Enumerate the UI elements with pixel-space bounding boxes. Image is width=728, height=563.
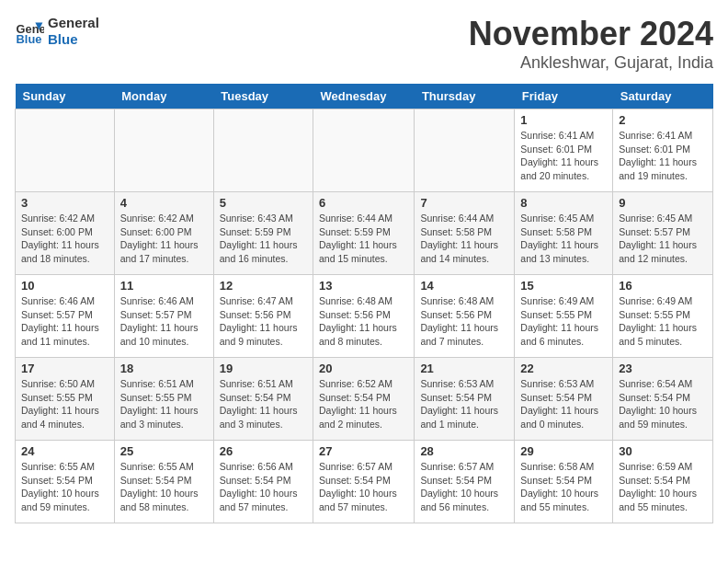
day-cell: 14Sunrise: 6:48 AM Sunset: 5:56 PM Dayli… bbox=[415, 275, 515, 358]
header-day-tuesday: Tuesday bbox=[213, 84, 313, 109]
day-cell: 17Sunrise: 6:50 AM Sunset: 5:55 PM Dayli… bbox=[16, 358, 115, 441]
title-area: November 2024 Ankleshwar, Gujarat, India bbox=[469, 15, 713, 73]
day-cell: 12Sunrise: 6:47 AM Sunset: 5:56 PM Dayli… bbox=[213, 275, 313, 358]
day-info: Sunrise: 6:45 AM Sunset: 5:57 PM Dayligh… bbox=[619, 212, 707, 266]
day-number: 15 bbox=[520, 279, 607, 293]
day-info: Sunrise: 6:52 AM Sunset: 5:54 PM Dayligh… bbox=[319, 377, 408, 431]
day-number: 7 bbox=[420, 196, 508, 210]
day-info: Sunrise: 6:50 AM Sunset: 5:55 PM Dayligh… bbox=[21, 377, 108, 431]
day-cell: 30Sunrise: 6:59 AM Sunset: 5:54 PM Dayli… bbox=[613, 441, 713, 523]
day-cell: 1Sunrise: 6:41 AM Sunset: 6:01 PM Daylig… bbox=[515, 109, 613, 192]
day-info: Sunrise: 6:42 AM Sunset: 6:00 PM Dayligh… bbox=[21, 212, 108, 266]
header-day-saturday: Saturday bbox=[613, 84, 713, 109]
day-cell: 28Sunrise: 6:57 AM Sunset: 5:54 PM Dayli… bbox=[415, 441, 515, 523]
day-info: Sunrise: 6:51 AM Sunset: 5:54 PM Dayligh… bbox=[220, 377, 307, 431]
week-row-3: 10Sunrise: 6:46 AM Sunset: 5:57 PM Dayli… bbox=[16, 275, 713, 358]
logo-line1: General bbox=[48, 15, 99, 31]
day-cell: 27Sunrise: 6:57 AM Sunset: 5:54 PM Dayli… bbox=[313, 441, 415, 523]
day-info: Sunrise: 6:57 AM Sunset: 5:54 PM Dayligh… bbox=[420, 460, 508, 514]
day-info: Sunrise: 6:41 AM Sunset: 6:01 PM Dayligh… bbox=[619, 129, 707, 183]
day-cell: 7Sunrise: 6:44 AM Sunset: 5:58 PM Daylig… bbox=[415, 192, 515, 275]
header: General Blue General Blue November 2024 … bbox=[15, 15, 713, 73]
day-number: 9 bbox=[619, 196, 707, 210]
location-title: Ankleshwar, Gujarat, India bbox=[469, 53, 713, 73]
day-number: 14 bbox=[420, 279, 508, 293]
day-number: 6 bbox=[319, 196, 408, 210]
day-info: Sunrise: 6:47 AM Sunset: 5:56 PM Dayligh… bbox=[220, 294, 307, 349]
day-cell: 29Sunrise: 6:58 AM Sunset: 5:54 PM Dayli… bbox=[515, 441, 613, 523]
day-info: Sunrise: 6:49 AM Sunset: 5:55 PM Dayligh… bbox=[619, 294, 707, 349]
day-number: 2 bbox=[619, 113, 707, 127]
day-cell: 24Sunrise: 6:55 AM Sunset: 5:54 PM Dayli… bbox=[16, 441, 115, 523]
day-number: 19 bbox=[220, 362, 307, 375]
day-cell: 3Sunrise: 6:42 AM Sunset: 6:00 PM Daylig… bbox=[16, 192, 115, 275]
week-row-4: 17Sunrise: 6:50 AM Sunset: 5:55 PM Dayli… bbox=[16, 358, 713, 441]
day-info: Sunrise: 6:51 AM Sunset: 5:55 PM Dayligh… bbox=[120, 377, 208, 431]
day-cell: 2Sunrise: 6:41 AM Sunset: 6:01 PM Daylig… bbox=[613, 109, 713, 192]
day-number: 25 bbox=[120, 444, 208, 458]
day-number: 18 bbox=[120, 362, 208, 375]
logo: General Blue General Blue bbox=[15, 15, 99, 48]
day-number: 13 bbox=[319, 279, 408, 293]
day-number: 20 bbox=[319, 362, 408, 375]
day-number: 28 bbox=[420, 444, 508, 458]
day-info: Sunrise: 6:48 AM Sunset: 5:56 PM Dayligh… bbox=[319, 294, 408, 349]
header-day-wednesday: Wednesday bbox=[313, 84, 415, 109]
week-row-5: 24Sunrise: 6:55 AM Sunset: 5:54 PM Dayli… bbox=[16, 441, 713, 523]
day-number: 24 bbox=[21, 444, 108, 458]
day-cell bbox=[415, 109, 515, 192]
logo-icon: General Blue bbox=[15, 17, 44, 46]
day-number: 26 bbox=[220, 444, 307, 458]
day-cell: 10Sunrise: 6:46 AM Sunset: 5:57 PM Dayli… bbox=[16, 275, 115, 358]
day-cell: 9Sunrise: 6:45 AM Sunset: 5:57 PM Daylig… bbox=[613, 192, 713, 275]
header-row: SundayMondayTuesdayWednesdayThursdayFrid… bbox=[16, 84, 713, 109]
day-info: Sunrise: 6:41 AM Sunset: 6:01 PM Dayligh… bbox=[520, 129, 607, 183]
day-info: Sunrise: 6:58 AM Sunset: 5:54 PM Dayligh… bbox=[520, 460, 607, 514]
day-cell: 11Sunrise: 6:46 AM Sunset: 5:57 PM Dayli… bbox=[114, 275, 213, 358]
day-cell: 15Sunrise: 6:49 AM Sunset: 5:55 PM Dayli… bbox=[515, 275, 613, 358]
day-cell: 5Sunrise: 6:43 AM Sunset: 5:59 PM Daylig… bbox=[213, 192, 313, 275]
day-number: 17 bbox=[21, 362, 108, 375]
day-cell bbox=[114, 109, 213, 192]
day-cell: 22Sunrise: 6:53 AM Sunset: 5:54 PM Dayli… bbox=[515, 358, 613, 441]
day-number: 22 bbox=[520, 362, 607, 375]
header-day-thursday: Thursday bbox=[415, 84, 515, 109]
day-info: Sunrise: 6:46 AM Sunset: 5:57 PM Dayligh… bbox=[120, 294, 208, 349]
day-cell: 19Sunrise: 6:51 AM Sunset: 5:54 PM Dayli… bbox=[213, 358, 313, 441]
day-number: 10 bbox=[21, 279, 108, 293]
day-cell bbox=[213, 109, 313, 192]
day-number: 1 bbox=[520, 113, 607, 127]
day-info: Sunrise: 6:43 AM Sunset: 5:59 PM Dayligh… bbox=[220, 212, 307, 266]
day-number: 27 bbox=[319, 444, 408, 458]
day-info: Sunrise: 6:42 AM Sunset: 6:00 PM Dayligh… bbox=[120, 212, 208, 266]
day-number: 16 bbox=[619, 279, 707, 293]
day-cell: 18Sunrise: 6:51 AM Sunset: 5:55 PM Dayli… bbox=[114, 358, 213, 441]
week-row-1: 1Sunrise: 6:41 AM Sunset: 6:01 PM Daylig… bbox=[16, 109, 713, 192]
day-cell: 26Sunrise: 6:56 AM Sunset: 5:54 PM Dayli… bbox=[213, 441, 313, 523]
header-day-sunday: Sunday bbox=[16, 84, 115, 109]
day-number: 29 bbox=[520, 444, 607, 458]
day-info: Sunrise: 6:57 AM Sunset: 5:54 PM Dayligh… bbox=[319, 460, 408, 514]
day-cell: 23Sunrise: 6:54 AM Sunset: 5:54 PM Dayli… bbox=[613, 358, 713, 441]
day-info: Sunrise: 6:55 AM Sunset: 5:54 PM Dayligh… bbox=[120, 460, 208, 514]
header-day-monday: Monday bbox=[114, 84, 213, 109]
svg-text:Blue: Blue bbox=[17, 32, 42, 46]
day-number: 5 bbox=[220, 196, 307, 210]
day-cell: 25Sunrise: 6:55 AM Sunset: 5:54 PM Dayli… bbox=[114, 441, 213, 523]
day-cell: 21Sunrise: 6:53 AM Sunset: 5:54 PM Dayli… bbox=[415, 358, 515, 441]
day-info: Sunrise: 6:53 AM Sunset: 5:54 PM Dayligh… bbox=[420, 377, 508, 431]
day-cell: 13Sunrise: 6:48 AM Sunset: 5:56 PM Dayli… bbox=[313, 275, 415, 358]
day-info: Sunrise: 6:45 AM Sunset: 5:58 PM Dayligh… bbox=[520, 212, 607, 266]
day-number: 30 bbox=[619, 444, 707, 458]
day-info: Sunrise: 6:54 AM Sunset: 5:54 PM Dayligh… bbox=[619, 377, 707, 431]
day-info: Sunrise: 6:44 AM Sunset: 5:58 PM Dayligh… bbox=[420, 212, 508, 266]
header-day-friday: Friday bbox=[515, 84, 613, 109]
day-number: 3 bbox=[21, 196, 108, 210]
day-cell: 16Sunrise: 6:49 AM Sunset: 5:55 PM Dayli… bbox=[613, 275, 713, 358]
day-number: 8 bbox=[520, 196, 607, 210]
day-cell bbox=[16, 109, 115, 192]
day-number: 23 bbox=[619, 362, 707, 375]
week-row-2: 3Sunrise: 6:42 AM Sunset: 6:00 PM Daylig… bbox=[16, 192, 713, 275]
day-cell: 6Sunrise: 6:44 AM Sunset: 5:59 PM Daylig… bbox=[313, 192, 415, 275]
day-info: Sunrise: 6:56 AM Sunset: 5:54 PM Dayligh… bbox=[220, 460, 307, 514]
